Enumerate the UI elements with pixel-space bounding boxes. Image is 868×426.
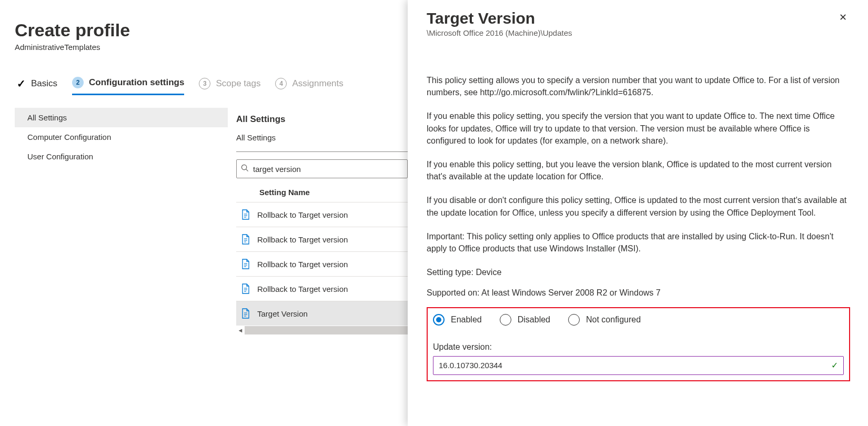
panel-breadcrumb-path: \Microsoft Office 2016 (Machine)\Updates [427, 28, 572, 37]
setting-type-text: Setting type: Device [427, 266, 850, 278]
tab-label: Scope tags [216, 78, 260, 89]
search-input[interactable] [253, 165, 403, 174]
close-button[interactable]: ✕ [836, 9, 850, 25]
close-icon: ✕ [839, 12, 847, 23]
radio-label: Not configured [586, 313, 641, 326]
settings-list-column: All Settings All Settings Setting Name R… [228, 108, 408, 335]
setting-name: Rollback to Target version [257, 285, 348, 293]
step-number-badge: 4 [275, 78, 287, 89]
tab-label: Assignments [292, 78, 343, 89]
settings-heading: All Settings [236, 114, 408, 125]
highlighted-config-area: Enabled Disabled Not configured Update v… [427, 307, 850, 381]
tab-assignments[interactable]: 4 Assignments [275, 78, 343, 95]
description-paragraph: Important: This policy setting only appl… [427, 230, 850, 255]
setting-row[interactable]: Rollback to Target version [236, 227, 408, 251]
setting-row[interactable]: Target Version [236, 301, 408, 326]
panel-body: This policy setting allows you to specif… [427, 74, 850, 381]
scroll-left-icon[interactable]: ◄ [236, 327, 245, 333]
radio-not-configured[interactable]: Not configured [568, 313, 641, 326]
step-number-badge: 2 [72, 77, 84, 88]
document-icon [241, 283, 250, 294]
document-icon [241, 308, 250, 319]
tab-label: Basics [31, 78, 57, 89]
update-version-input[interactable] [439, 361, 827, 370]
sidebar-item-label: All Settings [27, 113, 67, 122]
radio-enabled[interactable]: Enabled [433, 313, 482, 326]
description-paragraph: This policy setting allows you to specif… [427, 74, 850, 98]
setting-row[interactable]: Rollback to Target version [236, 202, 408, 227]
settings-search[interactable] [236, 159, 408, 178]
setting-name: Rollback to Target version [257, 260, 348, 269]
tab-basics[interactable]: ✓ Basics [17, 77, 57, 95]
sidebar-item-user-configuration[interactable]: User Configuration [15, 147, 228, 166]
checkmark-icon: ✓ [831, 359, 838, 371]
settings-sidebar: All Settings Computer Configuration User… [15, 108, 228, 335]
sidebar-item-label: Computer Configuration [27, 133, 111, 141]
divider [236, 151, 408, 152]
search-icon [241, 164, 249, 174]
setting-name: Rollback to Target version [257, 235, 348, 244]
radio-icon [568, 314, 580, 326]
column-header-setting-name[interactable]: Setting Name [236, 184, 408, 202]
page-subtitle: AdministrativeTemplates [15, 43, 408, 52]
description-paragraph: If you disable or don't configure this p… [427, 194, 850, 218]
supported-on-text: Supported on: At least Windows Server 20… [427, 287, 850, 299]
sidebar-item-all-settings[interactable]: All Settings [15, 108, 228, 127]
scrollbar-track[interactable] [245, 326, 408, 334]
state-radio-group: Enabled Disabled Not configured [433, 313, 844, 326]
checkmark-icon: ✓ [17, 77, 26, 90]
description-paragraph: If you enable this policy setting, you s… [427, 110, 850, 147]
setting-row[interactable]: Rollback to Target version [236, 251, 408, 276]
setting-name: Rollback to Target version [257, 210, 348, 219]
settings-subheading: All Settings [236, 133, 408, 142]
radio-label: Enabled [451, 313, 482, 326]
svg-line-1 [246, 169, 248, 171]
main-area: Create profile AdministrativeTemplates ✓… [0, 0, 408, 426]
svg-point-0 [241, 165, 246, 169]
update-version-field[interactable]: ✓ [433, 356, 844, 375]
setting-row[interactable]: Rollback to Target version [236, 276, 408, 301]
tab-scope-tags[interactable]: 3 Scope tags [199, 78, 260, 95]
wizard-tabs: ✓ Basics 2 Configuration settings 3 Scop… [15, 77, 408, 95]
horizontal-scrollbar[interactable]: ◄ [236, 326, 408, 335]
page-title: Create profile [15, 20, 408, 40]
radio-icon [433, 314, 445, 326]
document-icon [241, 259, 250, 269]
setting-detail-panel: Target Version \Microsoft Office 2016 (M… [408, 0, 868, 426]
radio-icon [500, 314, 511, 326]
panel-title: Target Version [427, 9, 572, 27]
document-icon [241, 209, 250, 220]
update-version-label: Update version: [433, 341, 844, 353]
radio-label: Disabled [518, 313, 550, 326]
description-paragraph: If you enable this policy setting, but y… [427, 158, 850, 182]
tab-label: Configuration settings [89, 77, 184, 88]
tab-configuration-settings[interactable]: 2 Configuration settings [72, 77, 184, 95]
step-number-badge: 3 [199, 78, 210, 89]
sidebar-item-label: User Configuration [27, 152, 93, 161]
sidebar-item-computer-configuration[interactable]: Computer Configuration [15, 127, 228, 147]
radio-disabled[interactable]: Disabled [500, 313, 550, 326]
document-icon [241, 234, 250, 245]
setting-name: Target Version [257, 309, 308, 318]
